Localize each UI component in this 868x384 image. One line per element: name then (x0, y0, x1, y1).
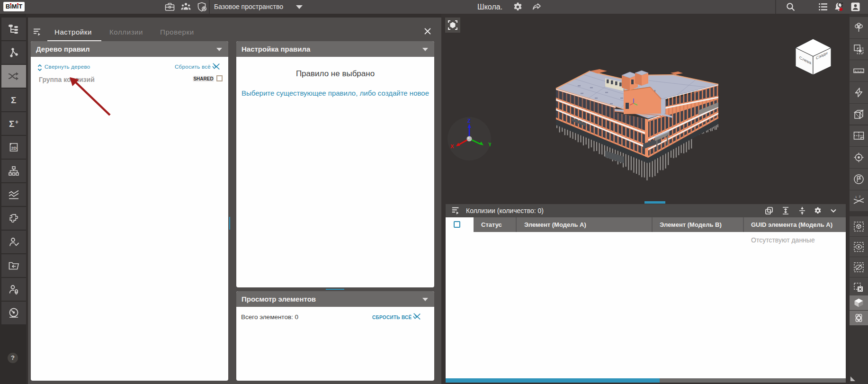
svg-text:2: 2 (859, 195, 861, 198)
svg-text:1: 1 (855, 196, 857, 198)
svg-text:Σ: Σ (11, 95, 16, 105)
svg-text:X: X (450, 143, 454, 149)
svg-text:Σ: Σ (9, 119, 14, 129)
svg-text:Y: Y (488, 142, 491, 147)
svg-text:Z: Z (467, 118, 471, 124)
svg-text:+: + (15, 119, 18, 125)
svg-text:2D: 2D (11, 146, 17, 151)
